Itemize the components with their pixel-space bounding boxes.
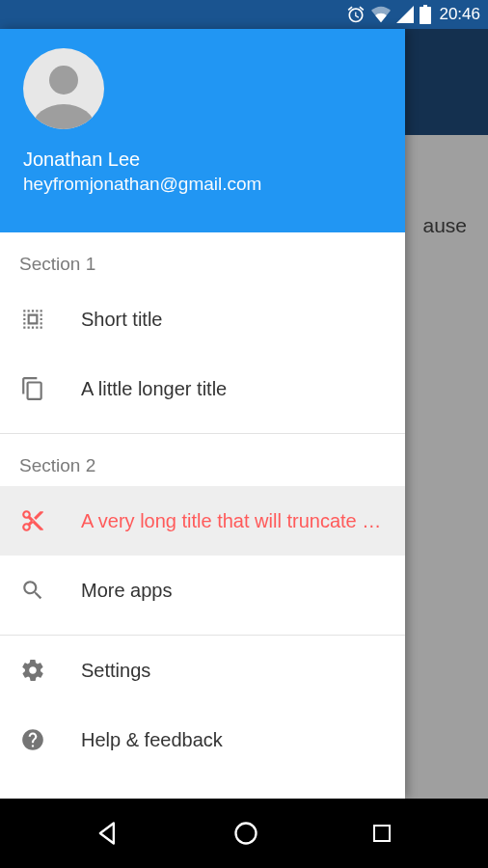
nav-item-label: A very long title that will truncate bec…	[81, 510, 386, 532]
nav-item-help[interactable]: Help & feedback	[0, 705, 405, 774]
nav-item-more-apps[interactable]: More apps	[0, 556, 405, 625]
back-button[interactable]	[95, 820, 122, 847]
nav-item-label: A little longer title	[81, 378, 386, 400]
cut-icon	[19, 507, 46, 534]
avatar[interactable]	[23, 48, 104, 129]
battery-icon	[420, 5, 431, 24]
nav-item-label: More apps	[81, 580, 386, 602]
nav-item-label: Settings	[81, 660, 386, 682]
cellular-icon	[396, 6, 414, 23]
status-bar: 20:46	[0, 0, 488, 29]
alarm-icon	[346, 5, 366, 24]
wifi-icon	[371, 6, 391, 23]
svg-point-0	[235, 824, 256, 844]
copy-icon	[19, 375, 46, 402]
svg-rect-1	[374, 826, 390, 841]
status-time: 20:46	[439, 5, 480, 24]
recents-button[interactable]	[370, 822, 393, 845]
user-email: heyfromjonathan@gmail.com	[23, 174, 382, 195]
nav-item-label: Short title	[81, 309, 386, 331]
nav-item-longer-title[interactable]: A little longer title	[0, 354, 405, 423]
gear-icon	[19, 657, 46, 684]
home-button[interactable]	[232, 820, 259, 847]
nav-item-short-title[interactable]: Short title	[0, 285, 405, 354]
section-2-label: Section 2	[0, 434, 405, 486]
user-name: Jonathan Lee	[23, 149, 382, 171]
select-all-icon	[19, 306, 46, 333]
nav-item-label: Help & feedback	[81, 729, 386, 751]
help-icon	[19, 726, 46, 753]
nav-item-long-title[interactable]: A very long title that will truncate bec…	[0, 486, 405, 556]
section-1-label: Section 1	[0, 232, 405, 285]
drawer-body: Section 1 Short title A little longer ti…	[0, 232, 405, 799]
drawer-header: Jonathan Lee heyfromjonathan@gmail.com	[0, 29, 405, 232]
system-nav-bar	[0, 799, 488, 868]
navigation-drawer: Jonathan Lee heyfromjonathan@gmail.com S…	[0, 29, 405, 799]
search-icon	[19, 577, 46, 604]
nav-item-settings[interactable]: Settings	[0, 636, 405, 705]
